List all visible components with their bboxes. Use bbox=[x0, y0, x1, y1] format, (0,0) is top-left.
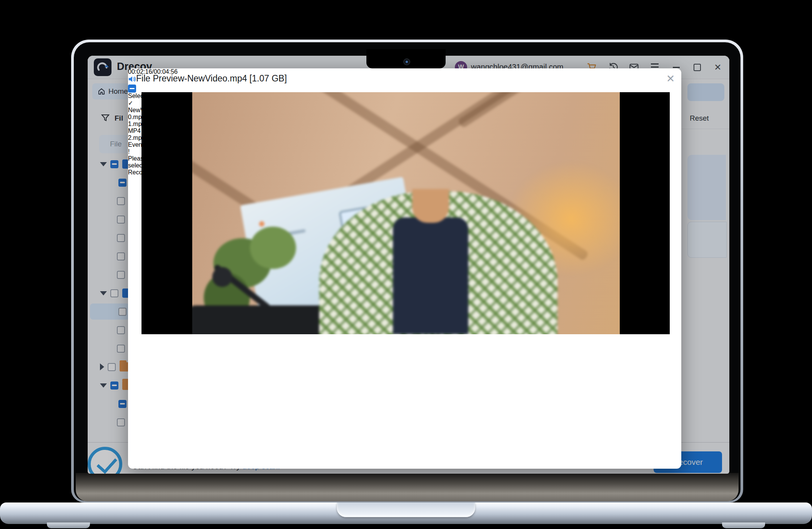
laptop-foot bbox=[47, 522, 90, 528]
laptop-screen: Drecov W wangchloe431@gmail.com ✕ Home F… bbox=[88, 56, 729, 474]
laptop-hinge bbox=[76, 473, 739, 501]
laptop-base bbox=[0, 502, 812, 524]
video-content bbox=[192, 92, 620, 334]
scene-root: Drecov W wangchloe431@gmail.com ✕ Home F… bbox=[0, 0, 812, 529]
webcam-dot bbox=[403, 58, 410, 65]
select-all-checkbox[interactable] bbox=[128, 85, 136, 93]
dialog-title: File Preview-NewVideo.mp4 [1.07 GB] bbox=[136, 73, 287, 84]
laptop-lid-groove bbox=[337, 502, 475, 517]
video-preview-frame bbox=[141, 92, 670, 334]
laptop-notch bbox=[366, 49, 446, 68]
file-preview-dialog: File Preview-NewVideo.mp4 [1.07 GB] ✕ bbox=[128, 68, 681, 469]
dialog-close-button[interactable]: ✕ bbox=[664, 72, 677, 85]
laptop-foot bbox=[722, 522, 765, 528]
